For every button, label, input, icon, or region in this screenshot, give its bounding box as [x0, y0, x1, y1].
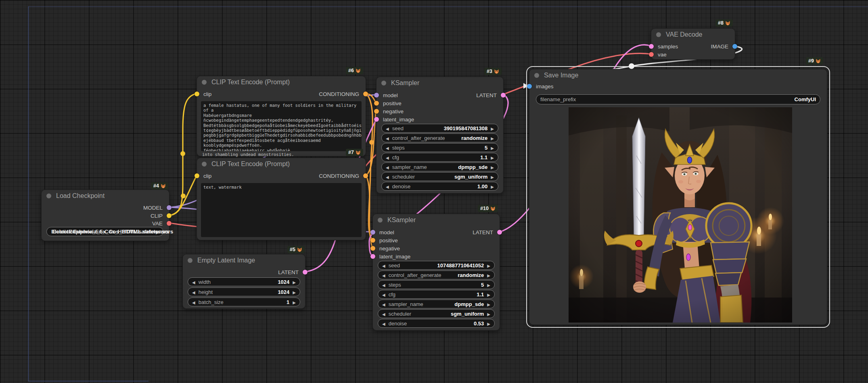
prompt-textarea[interactable]: a female hastatus, one of many foot sold…: [201, 101, 362, 151]
increment-arrow-icon[interactable]: [487, 291, 490, 298]
node-header[interactable]: VAE Decode: [651, 29, 735, 41]
increment-arrow-icon[interactable]: [487, 282, 490, 288]
decrement-arrow-icon[interactable]: [192, 279, 195, 285]
ckpt-name-combo[interactable]: ElecticEuphoria_5x_Cos_HDTML.safetensors…: [46, 227, 163, 236]
node-header[interactable]: CLIP Text Encode (Prompt): [197, 76, 366, 88]
collapse-dot-icon[interactable]: [188, 258, 192, 263]
decrement-arrow-icon[interactable]: [386, 135, 389, 141]
increment-arrow-icon[interactable]: [491, 135, 494, 141]
collapse-dot-icon[interactable]: [381, 81, 386, 85]
model-port-dot[interactable]: [167, 205, 172, 210]
node-header[interactable]: Load Checkpoint: [42, 190, 169, 202]
increment-arrow-icon[interactable]: [487, 321, 490, 327]
conditioning-port-dot[interactable]: [374, 101, 379, 106]
increment-arrow-icon[interactable]: [491, 125, 494, 131]
decrement-arrow-icon[interactable]: [192, 299, 195, 305]
collapse-dot-icon[interactable]: [656, 32, 661, 37]
decrement-arrow-icon[interactable]: [386, 174, 389, 180]
link-midpoint-dot[interactable]: [181, 194, 186, 198]
decrement-arrow-icon[interactable]: [382, 262, 385, 269]
decrement-arrow-icon[interactable]: [386, 145, 389, 151]
node-clip-encode-positive[interactable]: CLIP Text Encode (Prompt) clip CONDITION…: [197, 76, 366, 156]
widget-scheduler[interactable]: scheduler sgm_uniform: [378, 309, 495, 318]
widget-filename-prefix[interactable]: filename_prefix ComfyUI: [536, 94, 820, 104]
increment-arrow-icon[interactable]: [491, 154, 494, 160]
latent-port-dot[interactable]: [370, 254, 375, 259]
link-midpoint-dot[interactable]: [629, 63, 634, 69]
widget-batch-size[interactable]: batch_size 1: [188, 298, 300, 306]
increment-arrow-icon[interactable]: [491, 174, 494, 180]
collapse-dot-icon[interactable]: [202, 162, 207, 167]
widget-cfg[interactable]: cfg 1.1: [381, 153, 498, 162]
widget-sampler-name[interactable]: sampler_name dpmpp_sde: [378, 300, 495, 308]
conditioning-port-dot[interactable]: [370, 238, 375, 243]
increment-arrow-icon[interactable]: [491, 164, 494, 170]
increment-arrow-icon[interactable]: [487, 262, 490, 269]
link-midpoint-dot[interactable]: [180, 151, 185, 156]
increment-arrow-icon[interactable]: [491, 145, 494, 151]
widget-denoise[interactable]: denoise 0.53: [378, 319, 495, 328]
increment-arrow-icon[interactable]: [293, 279, 296, 285]
node-header[interactable]: CLIP Text Encode (Prompt): [197, 158, 366, 170]
decrement-arrow-icon[interactable]: [382, 272, 385, 278]
widget-steps[interactable]: steps 5: [378, 280, 495, 289]
collapse-dot-icon[interactable]: [378, 218, 383, 223]
link-midpoint-dot[interactable]: [369, 140, 374, 145]
increment-arrow-icon[interactable]: [293, 299, 296, 305]
increment-arrow-icon[interactable]: [487, 301, 490, 307]
widget-control-after-generate[interactable]: control_after_generate randomize: [378, 271, 495, 279]
conditioning-port-dot[interactable]: [374, 109, 379, 114]
node-vae-decode[interactable]: VAE Decode samples vae IMAGE: [651, 28, 735, 60]
decrement-arrow-icon[interactable]: [386, 164, 389, 170]
clip-port-dot[interactable]: [167, 213, 172, 218]
increment-arrow-icon[interactable]: [487, 311, 490, 317]
decrement-arrow-icon[interactable]: [382, 291, 385, 298]
node-empty-latent-image[interactable]: Empty Latent Image LATENT width 1024 hei…: [182, 254, 305, 309]
node-ksampler-b[interactable]: KSampler model positive negative latent_…: [372, 214, 500, 331]
latent-port-dot[interactable]: [374, 117, 379, 122]
decrement-arrow-icon[interactable]: [382, 282, 385, 288]
conditioning-port-dot[interactable]: [363, 92, 368, 96]
decrement-arrow-icon[interactable]: [192, 289, 195, 295]
collapse-dot-icon[interactable]: [534, 73, 539, 78]
widget-steps[interactable]: steps 5: [381, 143, 498, 152]
node-header[interactable]: KSampler: [376, 77, 503, 89]
latent-port-dot[interactable]: [497, 230, 502, 235]
node-load-checkpoint[interactable]: Load Checkpoint MODEL CLIP VAE ElecticEu…: [41, 189, 169, 241]
node-ksampler-a[interactable]: KSampler model positive negative latent_…: [376, 77, 504, 194]
vae-port-dot[interactable]: [167, 221, 172, 226]
node-header[interactable]: KSampler: [373, 214, 500, 226]
decrement-arrow-icon[interactable]: [386, 125, 389, 131]
decrement-arrow-icon[interactable]: [382, 311, 385, 317]
conditioning-port-dot[interactable]: [363, 173, 368, 178]
decrement-arrow-icon[interactable]: [386, 154, 389, 160]
conditioning-port-dot[interactable]: [370, 246, 375, 251]
widget-seed[interactable]: seed 390195847081308: [381, 124, 498, 133]
decrement-arrow-icon[interactable]: [382, 321, 385, 327]
widget-sampler-name[interactable]: sampler_name dpmpp_sde: [381, 162, 498, 171]
widget-scheduler[interactable]: scheduler sgm_uniform: [381, 172, 498, 181]
image-port-dot[interactable]: [527, 84, 532, 89]
decrement-arrow-icon[interactable]: [386, 183, 389, 189]
node-clip-encode-negative[interactable]: CLIP Text Encode (Prompt) clip CONDITION…: [197, 158, 366, 240]
prompt-textarea[interactable]: text, watermark: [201, 183, 362, 237]
collapse-dot-icon[interactable]: [202, 80, 207, 85]
node-save-image[interactable]: Save Image images filename_prefix ComfyU…: [529, 69, 827, 325]
latent-port-dot[interactable]: [303, 270, 307, 275]
increment-arrow-icon[interactable]: [491, 183, 494, 189]
vae-port-dot[interactable]: [649, 52, 654, 57]
widget-cfg[interactable]: cfg 1.1: [378, 290, 495, 299]
image-port-dot[interactable]: [732, 44, 737, 49]
collapse-dot-icon[interactable]: [46, 194, 51, 198]
widget-width[interactable]: width 1024: [188, 277, 300, 286]
latent-port-dot[interactable]: [501, 93, 506, 98]
widget-seed[interactable]: seed 1074887710641052: [378, 261, 495, 270]
node-header[interactable]: Save Image: [529, 69, 827, 81]
widget-control-after-generate[interactable]: control_after_generate randomize: [381, 133, 498, 142]
increment-arrow-icon[interactable]: [293, 289, 296, 295]
decrement-arrow-icon[interactable]: [382, 301, 385, 307]
widget-denoise[interactable]: denoise 1.00: [381, 182, 498, 191]
node-header[interactable]: Empty Latent Image: [183, 254, 305, 266]
widget-height[interactable]: height 1024: [188, 287, 300, 296]
increment-arrow-icon[interactable]: [487, 272, 490, 278]
